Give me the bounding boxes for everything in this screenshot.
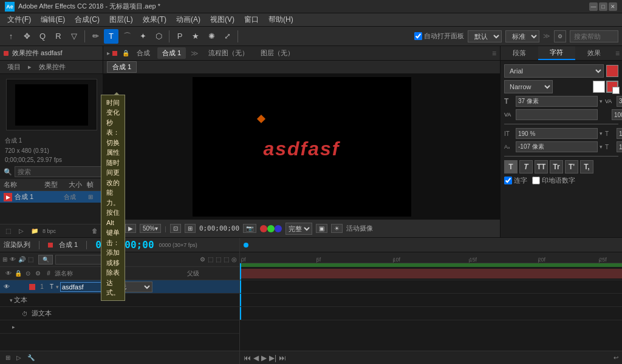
search-layer-btn[interactable]: 🔍 bbox=[38, 255, 53, 265]
tab-character[interactable]: 字符 bbox=[538, 46, 576, 60]
expand-arrow[interactable]: ▾ bbox=[56, 284, 59, 290]
menu-help[interactable]: 帮助(H) bbox=[264, 13, 298, 26]
font-size-input[interactable] bbox=[516, 96, 598, 107]
tab-effects-ctrl[interactable]: 效果控件 bbox=[34, 61, 70, 73]
tool-hand[interactable]: ✥ bbox=[19, 29, 34, 44]
style-allcaps[interactable]: TT bbox=[535, 160, 548, 174]
font-family-select[interactable]: Arial bbox=[504, 64, 604, 78]
quality-select[interactable]: 完整 bbox=[285, 223, 312, 235]
new-solid-btn[interactable]: ⊞ bbox=[4, 354, 12, 362]
style-bold[interactable]: T bbox=[504, 160, 518, 174]
auto-open-checkbox[interactable]: 自动打开面板 bbox=[414, 32, 464, 41]
scaling-h-input[interactable] bbox=[617, 128, 622, 139]
tab-project[interactable]: 项目 bbox=[2, 61, 26, 73]
tab-flowchart[interactable]: 流程图（无） bbox=[203, 47, 253, 59]
ligature-check[interactable]: 连字 bbox=[504, 176, 527, 185]
menu-layer[interactable]: 图层(L) bbox=[104, 13, 138, 26]
play-btn[interactable]: ▶ bbox=[261, 354, 267, 362]
stroke-color-swatch[interactable] bbox=[593, 81, 605, 93]
menu-window[interactable]: 窗口 bbox=[239, 13, 264, 26]
prev-frame-btn[interactable]: ◀ bbox=[253, 354, 259, 362]
panel-menu-icon[interactable]: ≡ bbox=[613, 49, 622, 58]
preview-btn[interactable]: ▶ bbox=[125, 224, 136, 233]
timeline-btn1[interactable]: ⬚ bbox=[208, 256, 213, 263]
tool-roto[interactable]: ⤢ bbox=[220, 29, 234, 44]
hindi-digits-check[interactable]: 印地语数字 bbox=[532, 176, 575, 185]
tab-composition[interactable]: 合成 bbox=[132, 47, 155, 59]
leading-input[interactable] bbox=[516, 128, 598, 139]
scaling-v-input[interactable] bbox=[617, 141, 622, 152]
list-item[interactable]: ▶ 合成 1 合成 ⊞ bbox=[0, 191, 103, 203]
go-end-btn[interactable]: ⏭ bbox=[279, 354, 286, 362]
zoom-select[interactable]: 50% ▾ bbox=[140, 224, 161, 233]
search-input[interactable] bbox=[570, 30, 618, 42]
timeline-menu[interactable]: ⚙ bbox=[200, 256, 205, 263]
region-btn[interactable]: ▣ bbox=[316, 224, 327, 233]
tool-text[interactable]: T bbox=[104, 29, 118, 44]
minimize-button[interactable]: — bbox=[589, 2, 598, 11]
new-layer-btn[interactable]: ▷ bbox=[15, 354, 23, 362]
tracking-input[interactable] bbox=[617, 96, 622, 107]
timeline-btn2[interactable]: ⬚ bbox=[216, 256, 221, 263]
font-style-select[interactable]: Narrow bbox=[504, 80, 553, 93]
visibility-icon[interactable]: 👁 bbox=[2, 283, 11, 290]
menu-edit[interactable]: 编辑(E) bbox=[36, 13, 70, 26]
tab-layer[interactable]: 图层（无） bbox=[256, 47, 299, 59]
new-folder-btn[interactable]: ⬚ bbox=[2, 226, 13, 237]
color-channel-btn[interactable] bbox=[260, 225, 267, 232]
camera-btn[interactable]: 📷 bbox=[243, 224, 256, 233]
timeline-btn4[interactable]: ◎ bbox=[231, 256, 237, 263]
fit-btn[interactable]: ⊡ bbox=[170, 224, 181, 233]
go-start-btn[interactable]: ⏮ bbox=[244, 354, 251, 362]
baseline-input[interactable] bbox=[516, 141, 598, 152]
exposure-btn[interactable]: ☀ bbox=[331, 224, 343, 233]
menu-animation[interactable]: 动画(A) bbox=[171, 13, 205, 26]
menu-effects[interactable]: 效果(T) bbox=[138, 13, 171, 26]
active-comp-tab[interactable]: 合成 1 bbox=[107, 61, 137, 73]
tool-rotate[interactable]: R bbox=[51, 29, 66, 44]
new-adj-btn[interactable]: 🔧 bbox=[26, 354, 36, 362]
tool-shape[interactable]: ▽ bbox=[67, 29, 81, 44]
layout-dropdown[interactable]: 标准 bbox=[505, 30, 539, 42]
tool-clone[interactable]: ✺ bbox=[204, 29, 219, 44]
toggle-shy-btn[interactable]: ⊞ bbox=[2, 256, 7, 263]
project-search-input[interactable] bbox=[15, 166, 104, 177]
tool-star[interactable]: ✦ bbox=[135, 29, 150, 44]
viewer-menu-icon[interactable]: ≡ bbox=[492, 49, 496, 58]
fill-color-swatch[interactable] bbox=[606, 65, 618, 77]
tab-fx[interactable]: 效果 bbox=[575, 47, 613, 59]
style-sub[interactable]: T, bbox=[580, 160, 593, 174]
close-button[interactable]: ✕ bbox=[609, 2, 617, 11]
composition-canvas[interactable]: asdfasf bbox=[193, 77, 411, 217]
layer-bar-1[interactable] bbox=[240, 269, 622, 278]
tool-paint[interactable]: ★ bbox=[188, 29, 203, 44]
text-expand[interactable]: ▾ bbox=[10, 297, 13, 303]
tab-paragraph[interactable]: 段落 bbox=[501, 47, 538, 59]
search-layer-input[interactable] bbox=[55, 255, 104, 265]
delete-btn[interactable]: 🗑 bbox=[89, 226, 100, 237]
stopwatch-icon[interactable]: ⏱ bbox=[22, 311, 28, 317]
sub-row-source-text[interactable]: ⏱ 时间变化秒表：切换属性随时间更改的能力。按住 Alt 键单击：添加或移除表达… bbox=[0, 307, 239, 320]
draft-btn[interactable]: ⬚ bbox=[28, 256, 33, 263]
tool-pen[interactable]: ✏ bbox=[88, 29, 103, 44]
tab-comp1[interactable]: 合成 1 bbox=[157, 47, 186, 59]
menu-file[interactable]: 文件(F) bbox=[2, 13, 36, 26]
tool-zoom[interactable]: Q bbox=[35, 29, 50, 44]
open-btn[interactable]: 📁 bbox=[29, 226, 40, 237]
color-preview[interactable] bbox=[606, 81, 618, 93]
tool-hex[interactable]: ⬡ bbox=[151, 29, 166, 44]
hide-shy-btn[interactable]: 👁 bbox=[10, 256, 16, 263]
menu-composition[interactable]: 合成(C) bbox=[70, 13, 104, 26]
render-queue-label[interactable]: 渲染队列 bbox=[4, 240, 30, 249]
tool-pin[interactable]: P bbox=[173, 29, 187, 44]
style-italic[interactable]: T bbox=[519, 160, 533, 174]
style-smallcaps[interactable]: Tr bbox=[550, 160, 563, 174]
maximize-button[interactable]: □ bbox=[599, 2, 607, 11]
tool-shape2[interactable]: ⌒ bbox=[120, 29, 134, 44]
loop-btn[interactable]: ↩ bbox=[613, 354, 618, 361]
menu-view[interactable]: 视图(V) bbox=[205, 13, 239, 26]
workspace-dropdown[interactable]: 默认 bbox=[468, 30, 502, 42]
audio-btn[interactable]: 🔊 bbox=[18, 256, 26, 263]
timeline-btn3[interactable]: ⬚ bbox=[224, 256, 229, 263]
next-frame-btn[interactable]: ▶| bbox=[269, 354, 276, 362]
